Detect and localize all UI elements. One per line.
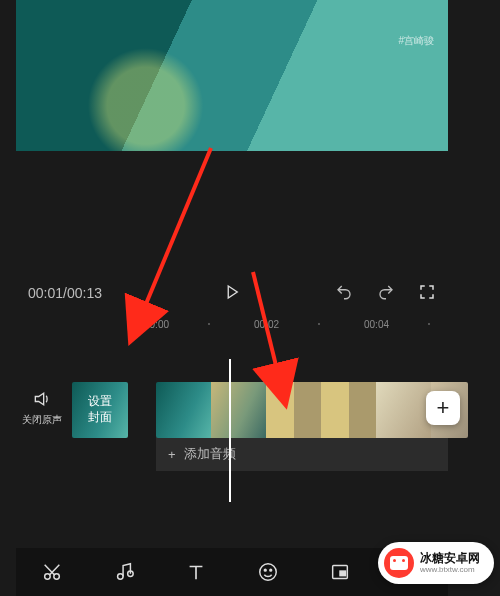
clip-thumbnail[interactable] — [321, 382, 376, 438]
ruler-dot — [428, 323, 430, 325]
undo-button[interactable] — [334, 283, 354, 304]
svg-point-4 — [260, 564, 277, 581]
svg-point-1 — [54, 574, 60, 580]
add-clip-button[interactable]: + — [426, 391, 460, 425]
timeline: 关闭原声 设置 封面 + — [16, 337, 448, 432]
svg-point-5 — [264, 569, 266, 571]
ruler-dot — [208, 323, 210, 325]
timeline-ruler[interactable]: 00:00 00:02 00:04 — [16, 315, 448, 337]
clip-thumbnail[interactable] — [376, 382, 431, 438]
svg-rect-8 — [340, 571, 346, 576]
ruler-tick: 00:04 — [364, 319, 389, 330]
clip-thumbnail[interactable] — [211, 382, 266, 438]
mute-original-button[interactable]: 关闭原声 — [22, 389, 62, 427]
mute-label: 关闭原声 — [22, 414, 62, 425]
preview-letterbox — [16, 151, 448, 271]
svg-point-6 — [270, 569, 272, 571]
svg-point-2 — [118, 574, 124, 580]
sticker-tool[interactable] — [248, 561, 288, 583]
audio-tool[interactable] — [104, 561, 144, 583]
clip-thumbnail[interactable] — [156, 382, 211, 438]
preview-hashtag: #宫崎骏 — [398, 34, 434, 48]
bottom-toolbar — [16, 548, 448, 596]
video-editor-app: #宫崎骏 00:01/00:13 00:00 00:02 00:04 — [16, 0, 448, 596]
svg-point-0 — [45, 574, 51, 580]
set-cover-button[interactable]: 设置 封面 — [72, 382, 128, 438]
playhead[interactable] — [229, 359, 231, 502]
cut-tool[interactable] — [32, 561, 72, 583]
video-preview[interactable]: #宫崎骏 — [16, 0, 448, 151]
plus-icon: + — [437, 395, 450, 421]
preview-frame — [16, 0, 448, 151]
add-audio-button[interactable]: + 添加音频 — [156, 437, 448, 471]
play-button[interactable] — [223, 283, 241, 304]
redo-button[interactable] — [376, 283, 396, 304]
effect-tool[interactable] — [392, 561, 432, 583]
speaker-icon — [22, 389, 62, 411]
ruler-tick: 00:00 — [144, 319, 169, 330]
fullscreen-button[interactable] — [418, 283, 436, 304]
clip-thumbnail[interactable] — [266, 382, 321, 438]
time-display: 00:01/00:13 — [28, 285, 102, 301]
plus-icon: + — [168, 447, 176, 462]
clip-track[interactable] — [156, 382, 468, 438]
right-controls — [334, 283, 436, 304]
time-current: 00:01 — [28, 285, 63, 301]
text-tool[interactable] — [176, 561, 216, 583]
add-audio-label: 添加音频 — [184, 445, 236, 463]
ruler-dot — [318, 323, 320, 325]
playback-controls: 00:01/00:13 — [16, 271, 448, 315]
ruler-tick: 00:02 — [254, 319, 279, 330]
pip-tool[interactable] — [320, 561, 360, 583]
time-total: 00:13 — [67, 285, 102, 301]
set-cover-label: 设置 封面 — [88, 394, 112, 425]
